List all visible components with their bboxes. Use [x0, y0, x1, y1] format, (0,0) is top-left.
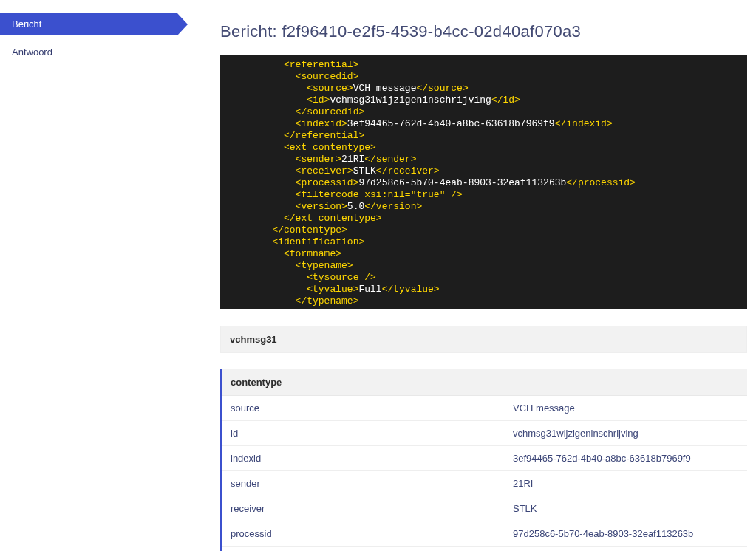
sidebar-item-label: Antwoord [12, 47, 52, 58]
xml-code-block[interactable]: <referential> <sourcedid> <source>VCH me… [220, 55, 747, 309]
table-row: indexid 3ef94465-762d-4b40-a8bc-63618b79… [222, 446, 747, 471]
sidebar-item-antwoord[interactable]: Antwoord [0, 41, 194, 64]
xml-indexid: 3ef94465-762d-4b40-a8bc-63618b7969f9 [347, 118, 555, 129]
main-content: Bericht: f2f96410-e2f5-4539-b4cc-02d40af… [194, 0, 756, 551]
xml-version: 5.0 [347, 201, 364, 212]
table-row: id vchmsg31wijzigeninschrijving [222, 421, 747, 446]
table-value: STLK [513, 503, 738, 514]
xml-filtercode-attr: xsi:nil="true" [364, 189, 445, 200]
table-row: receiver STLK [222, 496, 747, 521]
sidebar-item-label: Bericht [12, 18, 41, 30]
xml-source: VCH message [353, 83, 417, 94]
contentype-table: contentype source VCH message id vchmsg3… [220, 369, 747, 551]
table-key: sender [231, 478, 513, 489]
table-title: contentype [222, 369, 747, 396]
table-value: 3ef94465-762d-4b40-a8bc-63618b7969f9 [513, 453, 738, 464]
table-value: 21RI [513, 478, 738, 489]
xml-receiver: STLK [353, 165, 376, 177]
table-key: processid [231, 528, 513, 539]
page-title-prefix: Bericht: [220, 22, 282, 41]
table-value: vchmsg31wijzigeninschrijving [513, 428, 738, 439]
sidebar-item-bericht[interactable]: Bericht [0, 13, 177, 35]
table-key: indexid [231, 453, 513, 464]
section-name: vchmsg31 [230, 334, 277, 345]
page-title-id: f2f96410-e2f5-4539-b4cc-02d40af070a3 [282, 22, 581, 41]
page-title: Bericht: f2f96410-e2f5-4539-b4cc-02d40af… [220, 22, 747, 41]
table-row: source VCH message [222, 396, 747, 421]
table-row: sender 21RI [222, 471, 747, 496]
xml-id: vchmsg31wijzigeninschrijving [330, 95, 491, 106]
table-value: VCH message [513, 403, 738, 414]
xml-tyvalue: Full [358, 284, 381, 295]
table-key: source [231, 403, 513, 414]
xml-sender: 21RI [341, 154, 364, 165]
table-key: receiver [231, 503, 513, 514]
sidebar: Bericht Antwoord [0, 0, 194, 551]
table-row: processid 97d258c6-5b70-4eab-8903-32eaf1… [222, 521, 747, 547]
table-row: filtercode [222, 547, 747, 551]
table-value: 97d258c6-5b70-4eab-8903-32eaf113263b [513, 528, 738, 539]
section-header: vchmsg31 [220, 326, 747, 353]
xml-processid: 97d258c6-5b70-4eab-8903-32eaf113263b [358, 177, 566, 188]
table-key: id [231, 428, 513, 439]
